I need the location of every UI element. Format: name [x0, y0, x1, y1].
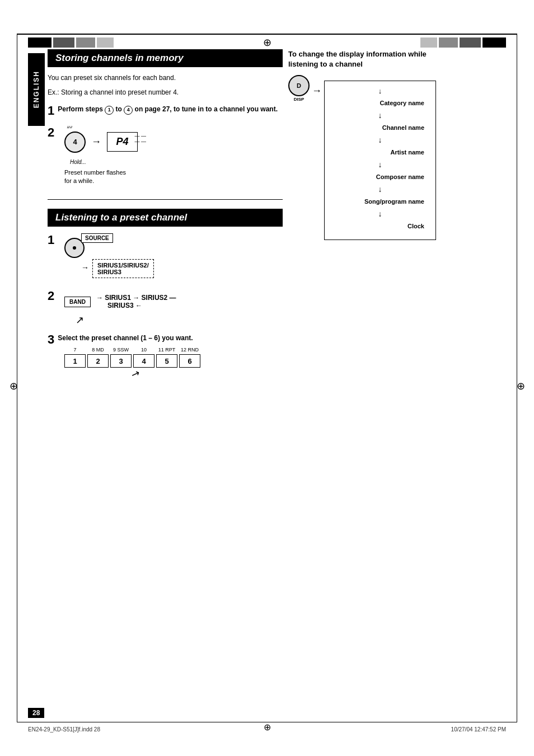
- listening-step1-number: 1: [48, 233, 54, 247]
- display-arrow-4: ↓: [330, 185, 430, 194]
- reg-mark-right: ⊕: [515, 381, 526, 392]
- reg-mark-left: ⊕: [8, 381, 19, 392]
- listening-step3-number: 3: [48, 333, 54, 346]
- footer-left: EN24-29_KD-S51[J]f.indd 28: [28, 726, 100, 732]
- page-number: 28: [28, 708, 44, 718]
- step2-diagram: 10 4 → P4 — —— — Hold... Preset numb: [64, 132, 283, 186]
- page-border-right: [517, 34, 517, 722]
- right-column: To change the display information while …: [288, 49, 512, 240]
- storing-step2: 2 10 4 → P4 — —— —: [48, 126, 283, 191]
- knob-4: 4: [64, 132, 86, 153]
- sirius-modes-text: SIRIUS1/SIRIUS2/SIRIUS3: [97, 262, 149, 275]
- disp-sublabel: DISP: [288, 97, 310, 102]
- hold-label: Hold...: [70, 159, 86, 165]
- preset-btn-2[interactable]: 8 MD 2: [87, 354, 109, 368]
- preset-btn-4[interactable]: 10 4: [133, 354, 154, 368]
- display-info-box: ↓ Category name ↓ Channel name ↓ Artist …: [324, 81, 436, 240]
- band-flow-1: → SIRIUS1 → SIRIUS2 —: [96, 294, 176, 302]
- disp-button[interactable]: D: [288, 75, 310, 96]
- left-column: Storing channels in memory You can prese…: [48, 49, 283, 368]
- source-diagram: SOURCE → SIRIUS1/SIRIUS2/SIRIUS3: [64, 238, 283, 278]
- display-item-channel: Channel name: [330, 124, 430, 131]
- step3-text: Select the preset channel (1 – 6) you wa…: [58, 333, 283, 343]
- display-arrow-2: ↓: [330, 135, 430, 144]
- listening-step1: 1 SOURCE →: [48, 233, 283, 283]
- footer-right: 10/27/04 12:47:52 PM: [451, 726, 506, 732]
- disp-button-area: D DISP →: [288, 75, 310, 102]
- english-label: ENGLISH: [32, 71, 40, 108]
- preset-btn-6[interactable]: 12 RND 6: [179, 354, 200, 368]
- band-label: BAND: [64, 297, 91, 307]
- preset-btn-1-top: 7: [65, 347, 85, 353]
- storing-step1: 1 Perform steps 1 to 4 on page 27, to tu…: [48, 104, 283, 119]
- display-item-artist: Artist name: [330, 149, 430, 156]
- display-info-area: D DISP → ↓ Category name ↓ Channel name …: [288, 75, 512, 240]
- storing-intro: You can preset six channels for each ban…: [48, 73, 283, 83]
- listening-step3: 3 Select the preset channel (1 – 6) you …: [48, 333, 283, 348]
- preset-btn-1[interactable]: 7 1: [64, 354, 86, 368]
- english-sidebar: ENGLISH: [28, 53, 45, 126]
- preset-btn-3[interactable]: 9 SSW 3: [110, 354, 132, 368]
- decorative-lines: — —— —: [134, 133, 146, 144]
- arrow-right-sirius2: —: [170, 294, 176, 302]
- listening-section: Listening to a preset channel 1 SOURCE: [48, 209, 283, 368]
- storing-example: Ex.: Storing a channel into preset numbe…: [48, 87, 283, 97]
- step1-number: 1: [48, 104, 54, 118]
- step2-number: 2: [48, 126, 54, 139]
- display-item-clock: Clock: [330, 223, 430, 229]
- band-flow-2: SIRIUS3 ←: [107, 302, 176, 309]
- step1-text: Perform steps 1 to 4 on page 27, to tune…: [58, 104, 283, 115]
- preset-btn-4-top: 10: [134, 347, 154, 353]
- display-item-composer: Composer name: [330, 173, 430, 180]
- preset-display: P4: [107, 132, 138, 152]
- top-decorative-bar: ⊕: [28, 36, 506, 49]
- listening-step2-number: 2: [48, 289, 54, 303]
- arrow-sirius1: →: [133, 294, 139, 302]
- footer-center-reg-mark: ⊕: [264, 722, 271, 732]
- display-info-title-block: To change the display information while …: [288, 49, 512, 69]
- preset-btn-2-top: 8 MD: [88, 347, 108, 353]
- preset-note: Preset number flashes for a while.: [64, 168, 283, 186]
- sirius-modes-box: SIRIUS1/SIRIUS2/SIRIUS3: [92, 259, 154, 278]
- page-border-left: [17, 34, 17, 722]
- num-10-label: 10: [67, 126, 72, 129]
- display-item-song: Song/program name: [330, 198, 430, 205]
- display-arrow-3: ↓: [330, 160, 430, 169]
- page-border-top: [17, 34, 517, 35]
- preset-buttons-row: 7 1 8 MD 2 9 SSW 3 10 4 11 RPT 5: [64, 354, 283, 368]
- display-info-title: To change the display information while …: [288, 49, 512, 69]
- listening-section-header: Listening to a preset channel: [48, 209, 283, 227]
- section-divider: [48, 199, 283, 200]
- band-diagram: BAND → SIRIUS1 → SIRIUS2 — SIRIUS3 ←: [64, 294, 283, 309]
- listening-step2: 2 BAND → SIRIUS1 → SIRIUS2 — SIRIUS3 ← ↗: [48, 289, 283, 326]
- arrow-to-box: →: [312, 85, 322, 97]
- arrow-band: →: [96, 294, 103, 302]
- preset-buttons-container: 7 1 8 MD 2 9 SSW 3 10 4 11 RPT 5: [64, 354, 283, 368]
- reg-mark-top-center: ⊕: [263, 36, 271, 49]
- preset-btn-3-top: 9 SSW: [111, 347, 131, 353]
- circle-1: 1: [105, 106, 114, 115]
- circle-4: 4: [124, 106, 133, 115]
- display-arrow-1: ↓: [330, 111, 430, 120]
- storing-section-header: Storing channels in memory: [48, 49, 283, 67]
- display-item-category: Category name: [330, 100, 430, 106]
- arrow-sirius3: ←: [135, 302, 142, 309]
- arrow-band-down: ↗: [76, 314, 84, 326]
- preset-btn-5-top: 11 RPT: [157, 347, 177, 353]
- disp-d-label: D: [297, 82, 301, 89]
- arrow-source: →: [81, 263, 89, 272]
- arrow-right-1: →: [91, 136, 101, 148]
- arrow-preset-buttons: ↗: [130, 367, 142, 381]
- source-label: SOURCE: [81, 233, 113, 243]
- display-arrow-5: ↓: [330, 209, 430, 218]
- preset-btn-6-top: 12 RND: [180, 347, 200, 353]
- preset-btn-5[interactable]: 11 RPT 5: [156, 354, 177, 368]
- top-down-arrow: ↓: [330, 87, 430, 95]
